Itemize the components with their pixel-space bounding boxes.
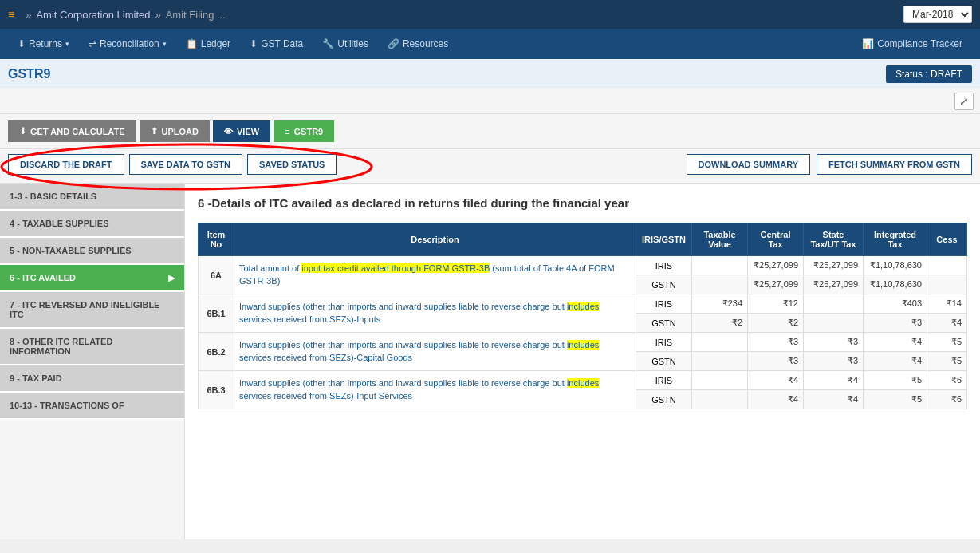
cell-item-6a: 6A xyxy=(199,256,234,294)
table-row: 6A Total amount of input tax credit avai… xyxy=(199,256,967,275)
nav-returns[interactable]: ⬇ Returns ▾ xyxy=(8,32,79,56)
cell-state-6b1-iris xyxy=(804,294,864,314)
list-icon: ≡ xyxy=(285,127,289,136)
nav-resources[interactable]: 🔗 Resources xyxy=(378,32,458,56)
nav-gst-data-label: GST Data xyxy=(261,38,303,49)
gstr9-title: GSTR9 xyxy=(8,67,50,81)
upload-icon: ⬆ xyxy=(151,126,158,136)
expand-bar: ⤢ xyxy=(0,89,980,114)
cell-item-6b2: 6B.2 xyxy=(199,333,234,371)
gstr9-button[interactable]: ≡ GSTR9 xyxy=(274,120,334,142)
cell-central-6b3-gstn: ₹4 xyxy=(748,390,804,409)
cell-central-6b1-gstn: ₹2 xyxy=(748,314,804,333)
itc-table: Item No Description IRIS/GSTN Taxable Va… xyxy=(198,223,967,409)
nav-resources-label: Resources xyxy=(403,38,448,49)
main-layout: 1-3 - BASIC DETAILS 4 - TAXABLE SUPPLIES… xyxy=(0,184,980,539)
discard-draft-button[interactable]: DISCARD THE DRAFT xyxy=(8,154,124,175)
section-title: 6 -Details of ITC availed as declared in… xyxy=(198,196,967,210)
save-data-gstn-button[interactable]: SAVE DATA TO GSTN xyxy=(129,154,242,175)
sidebar-item-other-itc[interactable]: 8 - OTHER ITC RELATED INFORMATION xyxy=(0,329,184,365)
cell-integrated-6b1-iris: ₹403 xyxy=(864,294,927,314)
resources-icon: 🔗 xyxy=(388,38,399,49)
cell-taxable-6b2-gstn xyxy=(692,352,748,371)
cell-integrated-6b1-gstn: ₹3 xyxy=(864,314,927,333)
cell-integrated-6b3-iris: ₹5 xyxy=(864,371,927,390)
cell-state-6a-iris: ₹25,27,099 xyxy=(804,256,864,275)
nav-ledger[interactable]: 📋 Ledger xyxy=(176,32,240,56)
nav-bar: ⬇ Returns ▾ ⇌ Reconciliation ▾ 📋 Ledger … xyxy=(0,29,980,59)
cell-integrated-6b3-gstn: ₹5 xyxy=(864,390,927,409)
th-taxable-value: Taxable Value xyxy=(692,223,748,256)
cell-central-6a-iris: ₹25,27,099 xyxy=(748,256,804,275)
sidebar-item-itc-reversed[interactable]: 7 - ITC REVERSED AND INELIGIBLE ITC xyxy=(0,292,184,329)
cell-state-6b3-gstn: ₹4 xyxy=(804,390,864,409)
get-calculate-button[interactable]: ⬇ GET AND CALCULATE xyxy=(8,120,136,142)
table-row: 6B.1 Inward supplies (other than imports… xyxy=(199,294,967,314)
fetch-summary-button[interactable]: FETCH SUMMARY FROM GSTN xyxy=(817,154,972,175)
period-selector[interactable]: Mar-2018 Feb-2018 Jan-2018 xyxy=(903,6,972,23)
sidebar-item-itc-availed[interactable]: 6 - ITC AVAILED ▶ xyxy=(0,265,184,292)
expand-icon[interactable]: ⤢ xyxy=(954,93,974,110)
cell-state-6a-gstn: ₹25,27,099 xyxy=(804,275,864,294)
cell-item-6b1: 6B.1 xyxy=(199,294,234,333)
cell-item-6b3: 6B.3 xyxy=(199,371,234,409)
cell-central-6b2-gstn: ₹3 xyxy=(748,352,804,371)
cell-taxable-6a-iris xyxy=(692,256,748,275)
cell-iris-6b1: IRIS xyxy=(636,294,692,314)
ledger-icon: 📋 xyxy=(186,38,198,49)
utilities-icon: 🔧 xyxy=(322,38,334,49)
nav-reconciliation[interactable]: ⇌ Reconciliation ▾ xyxy=(79,32,176,56)
cell-central-6b2-iris: ₹3 xyxy=(748,333,804,352)
sidebar-item-transactions[interactable]: 10-13 - TRANSACTIONS OF xyxy=(0,393,184,420)
cell-desc-6a: Total amount of input tax credit availed… xyxy=(234,256,636,294)
sep2: » xyxy=(155,9,160,21)
nav-returns-label: Returns xyxy=(29,38,62,49)
cell-taxable-6a-gstn xyxy=(692,275,748,294)
nav-compliance-tracker[interactable]: 📊 Compliance Tracker xyxy=(852,32,972,56)
saved-status-button[interactable]: SAVED STATUS xyxy=(247,154,337,175)
nav-reconciliation-label: Reconciliation xyxy=(100,38,159,49)
view-button[interactable]: 👁 VIEW xyxy=(213,120,270,142)
cell-cess-6b2-iris: ₹5 xyxy=(927,333,967,352)
cell-gstn-6b1: GSTN xyxy=(636,314,692,333)
action-row1: ⬇ GET AND CALCULATE ⬆ UPLOAD 👁 VIEW ≡ GS… xyxy=(0,114,980,149)
cell-central-6b1-iris: ₹12 xyxy=(748,294,804,314)
cell-iris-6a: IRIS xyxy=(636,256,692,275)
nav-gst-data[interactable]: ⬇ GST Data xyxy=(240,32,313,56)
reconciliation-icon: ⇌ xyxy=(89,38,96,49)
cell-desc-6b1: Inward supplies (other than imports and … xyxy=(234,294,636,333)
compliance-tracker-label: Compliance Tracker xyxy=(877,38,962,49)
returns-arrow-icon: ▾ xyxy=(65,40,69,48)
sidebar-item-non-taxable[interactable]: 5 - NON-TAXABLE SUPPLIES xyxy=(0,238,184,265)
th-description: Description xyxy=(234,223,636,256)
upload-button[interactable]: ⬆ UPLOAD xyxy=(140,120,210,142)
top-bar: ≡ » Amit Corporation Limited » Amit Fili… xyxy=(0,0,980,29)
cell-integrated-6b2-gstn: ₹4 xyxy=(864,352,927,371)
cell-iris-6b2: IRIS xyxy=(636,333,692,352)
cell-gstn-6a: GSTN xyxy=(636,275,692,294)
cell-gstn-6b3: GSTN xyxy=(636,390,692,409)
th-item-no: Item No xyxy=(199,223,234,256)
cell-taxable-6b1-iris: ₹234 xyxy=(692,294,748,314)
cell-cess-6b3-gstn: ₹6 xyxy=(927,390,967,409)
company-name: Amit Corporation Limited xyxy=(36,9,150,21)
filing-name: Amit Filing ... xyxy=(166,9,226,21)
sep1: » xyxy=(26,9,31,21)
cell-taxable-6b3-gstn xyxy=(692,390,748,409)
cell-integrated-6b2-iris: ₹4 xyxy=(864,333,927,352)
cell-integrated-6a-gstn: ₹1,10,78,630 xyxy=(864,275,927,294)
sidebar-item-tax-paid[interactable]: 9 - TAX PAID xyxy=(0,365,184,393)
cell-cess-6b2-gstn: ₹5 xyxy=(927,352,967,371)
table-row: 6B.2 Inward supplies (other than imports… xyxy=(199,333,967,352)
cell-gstn-6b2: GSTN xyxy=(636,352,692,371)
cell-cess-6b3-iris: ₹6 xyxy=(927,371,967,390)
nav-utilities[interactable]: 🔧 Utilities xyxy=(313,32,378,56)
sidebar-item-taxable-supplies[interactable]: 4 - TAXABLE SUPPLIES xyxy=(0,211,184,238)
download-summary-button[interactable]: DOWNLOAD SUMMARY xyxy=(687,154,810,175)
cell-cess-6a-gstn xyxy=(927,275,967,294)
cell-cess-6b1-iris: ₹14 xyxy=(927,294,967,314)
cell-integrated-6a-iris: ₹1,10,78,630 xyxy=(864,256,927,275)
sidebar-item-basic-details[interactable]: 1-3 - BASIC DETAILS xyxy=(0,184,184,211)
status-badge: Status : DRAFT xyxy=(886,65,972,83)
th-central-tax: Central Tax xyxy=(748,223,804,256)
